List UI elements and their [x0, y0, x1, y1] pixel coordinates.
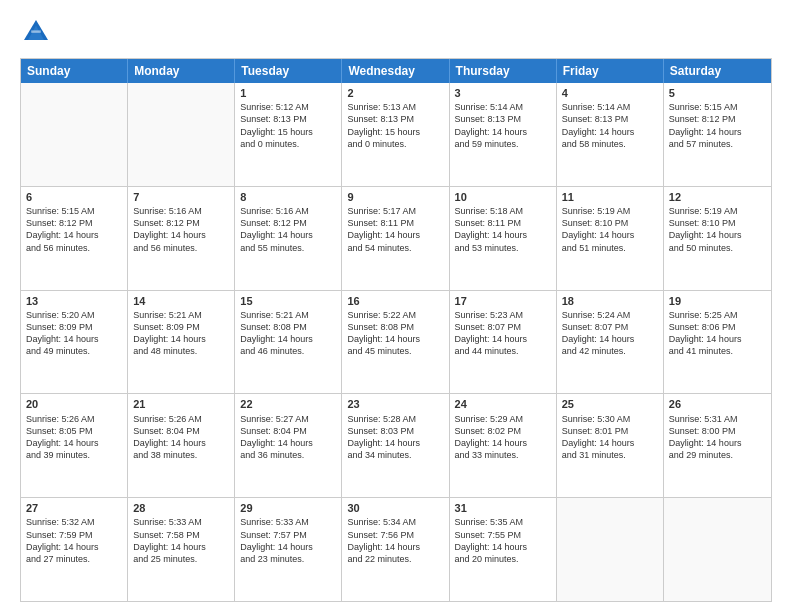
day-number: 2	[347, 86, 443, 100]
cal-cell: 3Sunrise: 5:14 AM Sunset: 8:13 PM Daylig…	[450, 83, 557, 186]
cell-info: Sunrise: 5:21 AM Sunset: 8:08 PM Dayligh…	[240, 309, 336, 358]
day-number: 4	[562, 86, 658, 100]
cal-cell	[21, 83, 128, 186]
cell-info: Sunrise: 5:25 AM Sunset: 8:06 PM Dayligh…	[669, 309, 766, 358]
cal-cell	[557, 498, 664, 601]
cal-cell: 7Sunrise: 5:16 AM Sunset: 8:12 PM Daylig…	[128, 187, 235, 290]
cal-cell: 17Sunrise: 5:23 AM Sunset: 8:07 PM Dayli…	[450, 291, 557, 394]
day-number: 9	[347, 190, 443, 204]
cell-info: Sunrise: 5:29 AM Sunset: 8:02 PM Dayligh…	[455, 413, 551, 462]
cal-week-4: 20Sunrise: 5:26 AM Sunset: 8:05 PM Dayli…	[21, 393, 771, 497]
day-number: 21	[133, 397, 229, 411]
cal-cell: 27Sunrise: 5:32 AM Sunset: 7:59 PM Dayli…	[21, 498, 128, 601]
cell-info: Sunrise: 5:19 AM Sunset: 8:10 PM Dayligh…	[669, 205, 766, 254]
day-number: 20	[26, 397, 122, 411]
cal-cell: 9Sunrise: 5:17 AM Sunset: 8:11 PM Daylig…	[342, 187, 449, 290]
cal-week-1: 1Sunrise: 5:12 AM Sunset: 8:13 PM Daylig…	[21, 83, 771, 186]
day-number: 11	[562, 190, 658, 204]
cal-cell: 14Sunrise: 5:21 AM Sunset: 8:09 PM Dayli…	[128, 291, 235, 394]
cal-cell: 21Sunrise: 5:26 AM Sunset: 8:04 PM Dayli…	[128, 394, 235, 497]
cal-header-wednesday: Wednesday	[342, 59, 449, 83]
day-number: 15	[240, 294, 336, 308]
day-number: 27	[26, 501, 122, 515]
day-number: 30	[347, 501, 443, 515]
day-number: 10	[455, 190, 551, 204]
page: SundayMondayTuesdayWednesdayThursdayFrid…	[0, 0, 792, 612]
cell-info: Sunrise: 5:12 AM Sunset: 8:13 PM Dayligh…	[240, 101, 336, 150]
logo	[20, 16, 56, 48]
day-number: 31	[455, 501, 551, 515]
cal-cell: 8Sunrise: 5:16 AM Sunset: 8:12 PM Daylig…	[235, 187, 342, 290]
cal-cell: 11Sunrise: 5:19 AM Sunset: 8:10 PM Dayli…	[557, 187, 664, 290]
cal-cell: 28Sunrise: 5:33 AM Sunset: 7:58 PM Dayli…	[128, 498, 235, 601]
cell-info: Sunrise: 5:24 AM Sunset: 8:07 PM Dayligh…	[562, 309, 658, 358]
calendar: SundayMondayTuesdayWednesdayThursdayFrid…	[20, 58, 772, 602]
cell-info: Sunrise: 5:16 AM Sunset: 8:12 PM Dayligh…	[240, 205, 336, 254]
cal-cell: 1Sunrise: 5:12 AM Sunset: 8:13 PM Daylig…	[235, 83, 342, 186]
day-number: 7	[133, 190, 229, 204]
day-number: 18	[562, 294, 658, 308]
cell-info: Sunrise: 5:31 AM Sunset: 8:00 PM Dayligh…	[669, 413, 766, 462]
day-number: 14	[133, 294, 229, 308]
cal-cell: 15Sunrise: 5:21 AM Sunset: 8:08 PM Dayli…	[235, 291, 342, 394]
day-number: 16	[347, 294, 443, 308]
cal-header-sunday: Sunday	[21, 59, 128, 83]
cal-header-saturday: Saturday	[664, 59, 771, 83]
cal-cell: 13Sunrise: 5:20 AM Sunset: 8:09 PM Dayli…	[21, 291, 128, 394]
cal-cell: 5Sunrise: 5:15 AM Sunset: 8:12 PM Daylig…	[664, 83, 771, 186]
day-number: 24	[455, 397, 551, 411]
cell-info: Sunrise: 5:33 AM Sunset: 7:57 PM Dayligh…	[240, 516, 336, 565]
header	[20, 16, 772, 48]
cal-cell: 29Sunrise: 5:33 AM Sunset: 7:57 PM Dayli…	[235, 498, 342, 601]
cell-info: Sunrise: 5:35 AM Sunset: 7:55 PM Dayligh…	[455, 516, 551, 565]
day-number: 6	[26, 190, 122, 204]
cal-header-tuesday: Tuesday	[235, 59, 342, 83]
cell-info: Sunrise: 5:14 AM Sunset: 8:13 PM Dayligh…	[562, 101, 658, 150]
cal-header-monday: Monday	[128, 59, 235, 83]
cal-cell: 30Sunrise: 5:34 AM Sunset: 7:56 PM Dayli…	[342, 498, 449, 601]
cell-info: Sunrise: 5:32 AM Sunset: 7:59 PM Dayligh…	[26, 516, 122, 565]
day-number: 28	[133, 501, 229, 515]
day-number: 22	[240, 397, 336, 411]
cell-info: Sunrise: 5:26 AM Sunset: 8:05 PM Dayligh…	[26, 413, 122, 462]
cal-cell: 20Sunrise: 5:26 AM Sunset: 8:05 PM Dayli…	[21, 394, 128, 497]
calendar-header-row: SundayMondayTuesdayWednesdayThursdayFrid…	[21, 59, 771, 83]
cal-cell: 2Sunrise: 5:13 AM Sunset: 8:13 PM Daylig…	[342, 83, 449, 186]
cal-cell	[664, 498, 771, 601]
cell-info: Sunrise: 5:15 AM Sunset: 8:12 PM Dayligh…	[26, 205, 122, 254]
svg-rect-2	[31, 30, 41, 32]
cell-info: Sunrise: 5:27 AM Sunset: 8:04 PM Dayligh…	[240, 413, 336, 462]
cal-cell: 31Sunrise: 5:35 AM Sunset: 7:55 PM Dayli…	[450, 498, 557, 601]
cal-cell: 19Sunrise: 5:25 AM Sunset: 8:06 PM Dayli…	[664, 291, 771, 394]
cal-cell: 12Sunrise: 5:19 AM Sunset: 8:10 PM Dayli…	[664, 187, 771, 290]
cell-info: Sunrise: 5:17 AM Sunset: 8:11 PM Dayligh…	[347, 205, 443, 254]
day-number: 29	[240, 501, 336, 515]
day-number: 26	[669, 397, 766, 411]
cal-cell: 18Sunrise: 5:24 AM Sunset: 8:07 PM Dayli…	[557, 291, 664, 394]
day-number: 23	[347, 397, 443, 411]
day-number: 3	[455, 86, 551, 100]
logo-icon	[20, 16, 52, 48]
cell-info: Sunrise: 5:19 AM Sunset: 8:10 PM Dayligh…	[562, 205, 658, 254]
cal-week-5: 27Sunrise: 5:32 AM Sunset: 7:59 PM Dayli…	[21, 497, 771, 601]
day-number: 17	[455, 294, 551, 308]
calendar-body: 1Sunrise: 5:12 AM Sunset: 8:13 PM Daylig…	[21, 83, 771, 601]
cal-cell: 24Sunrise: 5:29 AM Sunset: 8:02 PM Dayli…	[450, 394, 557, 497]
day-number: 1	[240, 86, 336, 100]
cell-info: Sunrise: 5:14 AM Sunset: 8:13 PM Dayligh…	[455, 101, 551, 150]
day-number: 5	[669, 86, 766, 100]
cell-info: Sunrise: 5:18 AM Sunset: 8:11 PM Dayligh…	[455, 205, 551, 254]
cell-info: Sunrise: 5:34 AM Sunset: 7:56 PM Dayligh…	[347, 516, 443, 565]
cell-info: Sunrise: 5:13 AM Sunset: 8:13 PM Dayligh…	[347, 101, 443, 150]
cell-info: Sunrise: 5:33 AM Sunset: 7:58 PM Dayligh…	[133, 516, 229, 565]
cal-cell: 16Sunrise: 5:22 AM Sunset: 8:08 PM Dayli…	[342, 291, 449, 394]
cal-cell: 4Sunrise: 5:14 AM Sunset: 8:13 PM Daylig…	[557, 83, 664, 186]
cal-cell: 10Sunrise: 5:18 AM Sunset: 8:11 PM Dayli…	[450, 187, 557, 290]
cell-info: Sunrise: 5:28 AM Sunset: 8:03 PM Dayligh…	[347, 413, 443, 462]
cal-cell: 26Sunrise: 5:31 AM Sunset: 8:00 PM Dayli…	[664, 394, 771, 497]
cal-header-thursday: Thursday	[450, 59, 557, 83]
cell-info: Sunrise: 5:26 AM Sunset: 8:04 PM Dayligh…	[133, 413, 229, 462]
cal-cell	[128, 83, 235, 186]
cell-info: Sunrise: 5:15 AM Sunset: 8:12 PM Dayligh…	[669, 101, 766, 150]
cal-header-friday: Friday	[557, 59, 664, 83]
